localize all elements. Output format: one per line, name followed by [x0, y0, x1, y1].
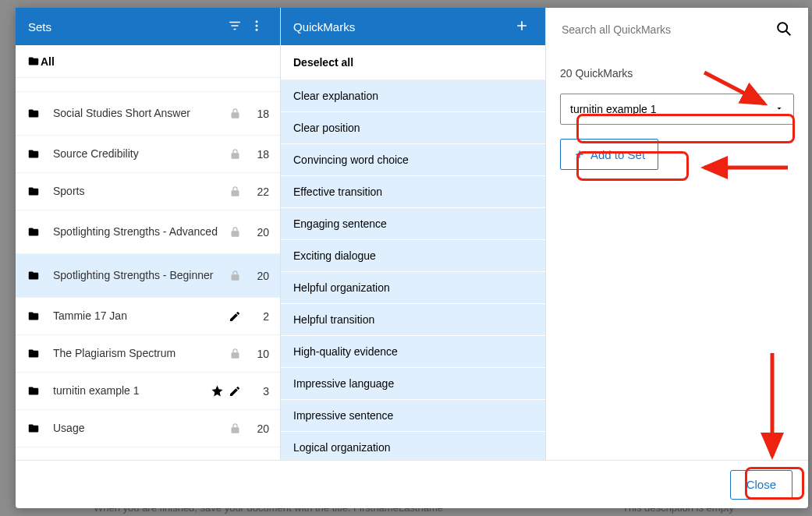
target-set-select[interactable]: turnitin example 1	[560, 94, 794, 125]
quickmark-item[interactable]: Helpful transition	[281, 304, 545, 336]
set-count: 22	[247, 186, 269, 198]
quickmark-item[interactable]: Clear explanation	[281, 80, 545, 112]
quickmark-item[interactable]: Engaging sentence	[281, 208, 545, 240]
folder-icon	[27, 422, 44, 434]
deselect-all[interactable]: Deselect all	[281, 45, 545, 80]
folder-icon	[27, 78, 44, 79]
set-count: 20	[247, 422, 269, 435]
set-count: 16	[247, 78, 269, 80]
search-all-quickmarks[interactable]	[554, 15, 800, 44]
set-name: Usage	[53, 422, 229, 436]
set-name: Social Studies Short Answer	[53, 107, 229, 121]
sets-row[interactable]: Short Answer16	[16, 78, 280, 92]
search-icon[interactable]	[775, 20, 792, 40]
lock-icon	[229, 78, 241, 80]
sets-column: Sets All Short Answer16Social Studies Sh…	[16, 8, 281, 460]
lock-icon	[229, 185, 241, 198]
folder-icon	[27, 310, 44, 322]
folder-icon	[27, 348, 44, 359]
set-count: 20	[247, 226, 269, 239]
sets-row[interactable]: Social Studies Short Answer18	[16, 92, 280, 136]
lock-icon	[229, 347, 241, 360]
folder-icon	[27, 148, 44, 160]
quickmark-item[interactable]: High-quality evidence	[281, 336, 545, 368]
right-column: 20 QuickMarks turnitin example 1 Add to …	[546, 8, 808, 460]
more-icon[interactable]	[246, 19, 268, 35]
modal-footer: Close	[16, 460, 808, 508]
lock-icon	[229, 107, 241, 120]
search-input[interactable]	[562, 23, 775, 36]
sets-row[interactable]: Usage20	[16, 410, 280, 447]
svg-point-3	[778, 23, 787, 32]
sets-title: Sets	[28, 20, 224, 34]
set-name: Tammie 17 Jan	[53, 309, 229, 323]
quickmark-item[interactable]: Convincing word choice	[281, 144, 545, 176]
svg-point-1	[256, 24, 258, 27]
quickmark-item[interactable]: Impressive language	[281, 368, 545, 400]
sets-row[interactable]: Spotlighting Strengths - Beginner20	[16, 254, 280, 298]
lock-icon	[229, 147, 241, 161]
folder-icon	[27, 186, 44, 197]
sets-row[interactable]: Archived	[16, 447, 280, 460]
set-name: Spotlighting Strengths - Beginner	[53, 269, 229, 283]
sets-row[interactable]: turnitin example 13	[16, 373, 280, 410]
set-name: Source Credibility	[53, 147, 229, 161]
lock-icon	[229, 225, 241, 239]
quickmark-item[interactable]: Exciting dialogue	[281, 240, 545, 272]
search-header	[546, 8, 808, 51]
sets-row[interactable]: Tammie 17 Jan2	[16, 298, 280, 335]
folder-icon	[27, 385, 44, 397]
sets-all-row[interactable]: All	[16, 45, 280, 78]
chevron-down-icon	[775, 103, 784, 115]
set-count: 10	[247, 348, 269, 360]
lock-icon	[229, 422, 241, 435]
close-button[interactable]: Close	[730, 470, 792, 500]
quickmarks-count: 20 QuickMarks	[560, 67, 794, 80]
selected-set-label: turnitin example 1	[570, 103, 657, 115]
edit-icon[interactable]	[229, 385, 241, 398]
folder-icon	[27, 55, 41, 67]
quickmark-item[interactable]: Helpful organization	[281, 272, 545, 304]
set-count: 3	[247, 385, 269, 398]
quickmark-item[interactable]: Logical organization	[281, 432, 545, 460]
edit-icon[interactable]	[229, 310, 241, 323]
sets-header: Sets	[16, 8, 280, 45]
add-to-set-label: Add to Set	[590, 148, 645, 161]
quickmarks-list[interactable]: Clear explanationClear positionConvincin…	[281, 80, 545, 460]
set-count: 18	[247, 148, 269, 161]
set-count: 18	[247, 108, 269, 120]
svg-point-0	[256, 20, 258, 23]
quickmarks-manager-modal: Sets All Short Answer16Social Studies Sh…	[16, 8, 808, 508]
quickmark-item[interactable]: Effective transition	[281, 176, 545, 208]
folder-icon	[27, 108, 44, 119]
filter-icon[interactable]	[224, 19, 246, 35]
sets-row[interactable]: Source Credibility18	[16, 136, 280, 173]
folder-icon	[27, 226, 44, 238]
add-to-set-button[interactable]: Add to Set	[560, 139, 658, 170]
sets-row[interactable]: Sports22	[16, 173, 280, 210]
set-name: The Plagiarism Spectrum	[53, 347, 229, 361]
set-count: 2	[247, 310, 269, 323]
svg-point-2	[256, 28, 258, 30]
quickmarks-title: QuickMarks	[293, 20, 511, 34]
sets-row[interactable]: Spotlighting Strengths - Advanced20	[16, 210, 280, 254]
all-label: All	[41, 55, 55, 68]
set-name: Short Answer	[53, 78, 229, 80]
star-icon	[211, 384, 224, 398]
set-name: Sports	[53, 185, 229, 199]
quickmark-item[interactable]: Clear position	[281, 112, 545, 144]
quickmarks-column: QuickMarks Deselect all Clear explanatio…	[281, 8, 546, 460]
set-name: turnitin example 1	[53, 384, 211, 398]
set-count: 20	[247, 270, 269, 282]
svg-line-4	[786, 30, 791, 35]
folder-icon	[27, 270, 44, 281]
lock-icon	[229, 269, 241, 282]
sets-row[interactable]: The Plagiarism Spectrum10	[16, 335, 280, 373]
quickmark-item[interactable]: Impressive sentence	[281, 400, 545, 432]
sets-list[interactable]: Short Answer16Social Studies Short Answe…	[16, 78, 280, 460]
set-name: Spotlighting Strengths - Advanced	[53, 225, 229, 239]
quickmarks-header: QuickMarks	[281, 8, 545, 45]
add-quickmark-icon[interactable]	[511, 18, 533, 36]
